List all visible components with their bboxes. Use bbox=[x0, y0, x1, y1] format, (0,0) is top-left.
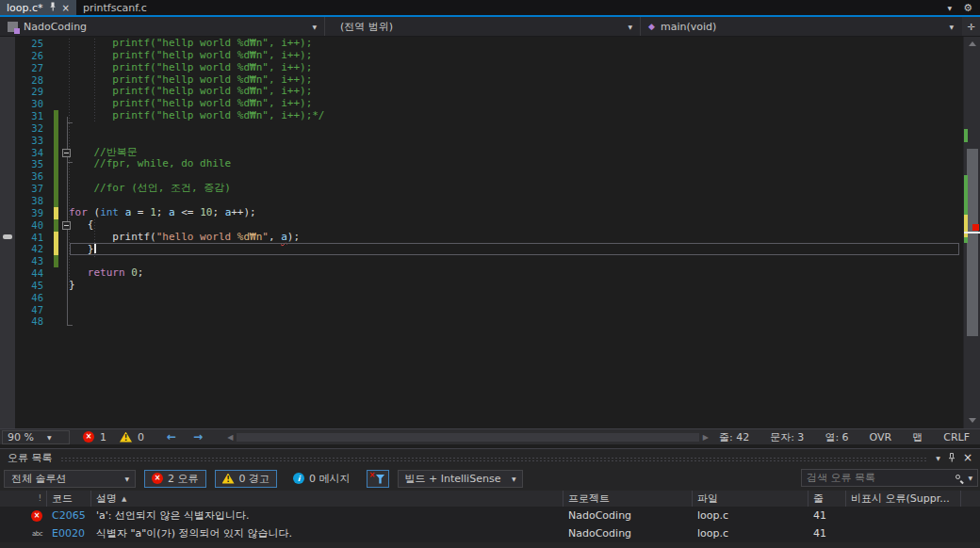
fold-collapse-icon[interactable] bbox=[62, 149, 71, 157]
hscroll-left-arrow-icon[interactable]: ◀ bbox=[227, 433, 233, 442]
line-number: 30 bbox=[0, 98, 43, 110]
column-file[interactable]: 파일 bbox=[693, 491, 808, 507]
code-text: return 0; bbox=[88, 267, 144, 280]
code-line-48[interactable]: 48 bbox=[0, 315, 963, 328]
zoom-select[interactable]: 90 % ▼ bbox=[2, 430, 70, 444]
method-icon: ◆ bbox=[648, 22, 655, 31]
change-tracking-bar bbox=[54, 135, 58, 147]
code-line-41[interactable]: 41printf("hello world %d₩n", a); bbox=[0, 232, 963, 244]
scroll-mark-unsaved bbox=[964, 215, 968, 237]
error-count-indicator[interactable]: × 1 bbox=[83, 431, 106, 443]
code-text: //for (선언, 조건, 증감) bbox=[93, 183, 230, 195]
scrollbar-thumb[interactable] bbox=[967, 149, 978, 336]
code-line-45[interactable]: 45} bbox=[0, 280, 963, 292]
project-dropdown[interactable]: NadoCoding ▼ bbox=[0, 17, 325, 36]
line-number: 47 bbox=[0, 304, 43, 316]
column-severity[interactable]: ! bbox=[0, 491, 47, 507]
warnings-toggle-button[interactable]: ! 0 경고 bbox=[215, 470, 278, 488]
chevron-down-icon: ▼ bbox=[512, 475, 516, 482]
code-token: "hello world bbox=[156, 231, 237, 243]
tab-label: loop.c* bbox=[7, 2, 43, 14]
code-line-35[interactable]: 35//fpr, while, do dhile bbox=[0, 158, 963, 170]
tab-loop-c[interactable]: loop.c* × bbox=[0, 0, 76, 16]
line-number: 36 bbox=[0, 170, 43, 183]
code-line-42[interactable]: 42} bbox=[0, 243, 963, 255]
error-row[interactable]: ×C2065'a': 선언되지 않은 식별자입니다.NadoCodingloop… bbox=[0, 507, 980, 524]
code-token: <= bbox=[175, 206, 201, 218]
change-tracking-bar bbox=[54, 255, 58, 267]
sort-ascending-icon: ▲ bbox=[122, 495, 126, 503]
code-text: //fpr, while, do dhile bbox=[93, 158, 231, 170]
column-code[interactable]: 코드 bbox=[47, 491, 91, 507]
panel-title-bar[interactable]: 오류 목록 ▼ × bbox=[0, 449, 980, 466]
project-name: NadoCoding bbox=[24, 21, 87, 33]
build-intellisense-dropdown[interactable]: 빌드 + IntelliSense ▼ bbox=[398, 470, 523, 488]
code-token: ++); bbox=[231, 206, 256, 218]
code-token: printf("hellp world %d₩n", i++); bbox=[112, 85, 312, 97]
search-error-list-input[interactable]: 검색 오류 목록 ▼ bbox=[801, 469, 978, 487]
error-icon: × bbox=[152, 473, 163, 484]
zoom-value: 90 % bbox=[8, 431, 34, 443]
gear-icon[interactable]: ⚙ bbox=[963, 2, 972, 14]
status-char: 문자: 3 bbox=[760, 430, 814, 444]
current-line-highlight bbox=[70, 243, 959, 255]
error-row[interactable]: abcE0020식별자 "a"이(가) 정의되어 있지 않습니다.NadoCod… bbox=[0, 524, 980, 542]
window-list-dropdown-icon[interactable]: ▼ bbox=[948, 5, 953, 11]
vertical-scrollbar[interactable] bbox=[963, 37, 980, 428]
scroll-down-arrow-icon[interactable] bbox=[969, 418, 976, 423]
warning-count-indicator[interactable]: ! 0 bbox=[120, 431, 144, 443]
code-token: ); bbox=[287, 231, 300, 243]
intellisense-squiggle-icon: abc bbox=[32, 530, 42, 538]
pin-icon[interactable] bbox=[49, 2, 57, 14]
member-dropdown[interactable]: ◆ main(void) ▼ bbox=[641, 17, 961, 36]
errors-toggle-button[interactable]: × 2 오류 bbox=[144, 470, 206, 488]
status-col: 열: 6 bbox=[814, 430, 858, 444]
messages-toggle-button[interactable]: i 0 메시지 bbox=[286, 470, 358, 488]
close-icon[interactable]: × bbox=[62, 4, 70, 13]
code-token: printf("hellp world %d₩n", i++); bbox=[112, 49, 312, 61]
scope-filter-dropdown[interactable]: 전체 솔루션 ▼ bbox=[4, 470, 136, 488]
navigate-back-icon[interactable]: ← bbox=[167, 430, 176, 443]
scroll-up-arrow-icon[interactable] bbox=[969, 41, 976, 46]
severity-header-icon: ! bbox=[39, 494, 41, 503]
scope-dropdown[interactable]: (전역 범위) ▼ bbox=[325, 17, 641, 36]
status-eol[interactable]: CRLF bbox=[933, 431, 980, 443]
code-line-32[interactable]: 32 bbox=[0, 122, 963, 135]
split-editor-icon[interactable]: ✛ bbox=[962, 17, 980, 36]
line-number: 34 bbox=[0, 147, 43, 159]
column-line[interactable]: 줄 bbox=[808, 491, 846, 507]
line-number: 28 bbox=[0, 74, 43, 87]
column-suppression[interactable]: 비표시 오류(Suppr... bbox=[846, 491, 961, 507]
code-line-33[interactable]: 33 bbox=[0, 135, 963, 147]
code-line-37[interactable]: 37//for (선언, 조건, 증감) bbox=[0, 183, 963, 195]
error-icon: × bbox=[83, 431, 94, 443]
clear-filter-button[interactable]: × bbox=[367, 470, 389, 488]
line-number: 29 bbox=[0, 86, 43, 98]
code-line-44[interactable]: 44return 0; bbox=[0, 267, 963, 280]
code-token: ; bbox=[212, 206, 224, 218]
panel-menu-dropdown-icon[interactable]: ▼ bbox=[936, 455, 940, 461]
change-tracking-bar bbox=[54, 122, 58, 135]
status-map[interactable]: 맵 bbox=[902, 430, 933, 444]
close-icon[interactable]: × bbox=[963, 451, 972, 464]
navigate-forward-icon[interactable]: → bbox=[193, 430, 203, 443]
code-token: //반복문 bbox=[93, 146, 137, 158]
code-token: = bbox=[131, 206, 150, 218]
tab-printfscanf-c[interactable]: printfscanf.c bbox=[76, 0, 154, 16]
status-ovr[interactable]: OVR bbox=[859, 431, 903, 443]
error-squiggle-token: a bbox=[281, 231, 287, 243]
code-line-47[interactable]: 47 bbox=[0, 304, 963, 316]
code-line-43[interactable]: 43 bbox=[0, 255, 963, 267]
code-editor[interactable]: 25printf("hellp world %d₩n", i++);26prin… bbox=[0, 37, 980, 428]
line-number: 32 bbox=[0, 122, 43, 135]
code-line-46[interactable]: 46 bbox=[0, 292, 963, 304]
code-line-31[interactable]: 31printf("hellp world %d₩n", i++);*/ bbox=[0, 110, 963, 122]
change-tracking-bar bbox=[54, 207, 58, 219]
column-project[interactable]: 프로젝트 bbox=[564, 491, 693, 507]
pin-icon[interactable] bbox=[948, 453, 956, 462]
code-line-39[interactable]: 39for (int a = 1; a <= 10; a++); bbox=[0, 207, 963, 219]
column-description[interactable]: 설명 ▲ bbox=[91, 491, 564, 507]
hscroll-thumb[interactable] bbox=[237, 433, 699, 442]
chevron-down-icon: ▼ bbox=[124, 475, 129, 482]
fold-collapse-icon[interactable] bbox=[62, 221, 71, 230]
